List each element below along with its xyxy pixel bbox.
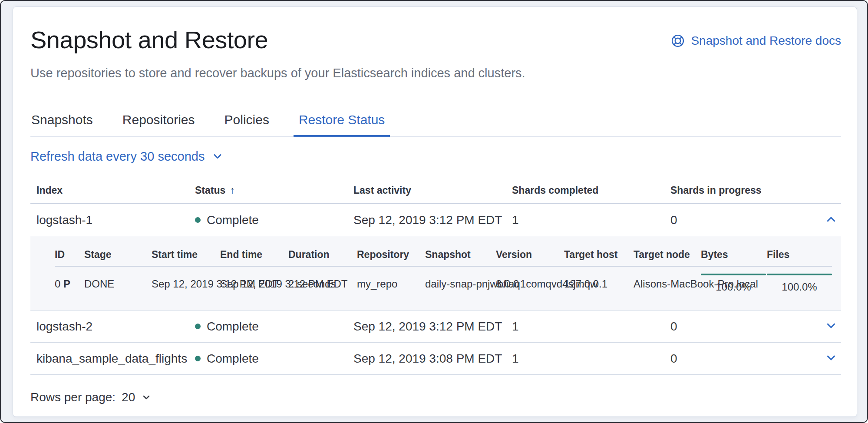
shard-column-files: Files xyxy=(767,244,832,266)
shards-completed: 1 xyxy=(506,204,664,236)
sort-ascending-icon: ↑ xyxy=(230,184,235,196)
rows-per-page-value: 20 xyxy=(122,390,135,405)
status-label: Complete xyxy=(207,320,259,334)
bytes-progress-bar xyxy=(701,274,766,275)
shard-column-end-time: End time xyxy=(220,244,288,266)
tab-policies[interactable]: Policies xyxy=(224,104,270,136)
index-name: logstash-2 xyxy=(30,311,189,343)
shard-column-id: ID xyxy=(55,244,84,266)
tab-restore-status[interactable]: Restore Status xyxy=(298,104,386,136)
last-activity: Sep 12, 2019 3:12 PM EDT xyxy=(347,204,506,236)
shard-column-target-node: Target node xyxy=(634,244,701,266)
column-header-status[interactable]: Status↑ xyxy=(189,175,347,204)
chevron-down-icon xyxy=(825,319,838,332)
rows-per-page-label: Rows per page: xyxy=(30,390,116,405)
table-footer: Rows per page: 20 xyxy=(30,375,841,405)
tab-snapshots[interactable]: Snapshots xyxy=(30,104,94,136)
shard-column-stage: Stage xyxy=(84,244,152,266)
status-label: Complete xyxy=(207,352,259,366)
last-activity: Sep 12, 2019 3:12 PM EDT xyxy=(347,311,506,343)
primary-shard-badge: P xyxy=(63,278,70,290)
shards-completed: 1 xyxy=(506,311,664,343)
shards-completed: 1 xyxy=(506,343,664,375)
shard-header-row: ID Stage Start time End time Duration Re… xyxy=(55,244,832,266)
status-cell: Complete xyxy=(195,352,342,366)
column-header-shards-in-progress[interactable]: Shards in progress xyxy=(664,175,823,204)
status-complete-dot-icon xyxy=(195,324,201,329)
tab-bar: Snapshots Repositories Policies Restore … xyxy=(30,104,841,137)
restore-status-table: Index Status↑ Last activity Shards compl… xyxy=(30,175,841,375)
shards-in-progress: 0 xyxy=(664,311,823,343)
table-row: kibana_sample_data_flights Complete Sep … xyxy=(30,343,841,375)
column-header-index[interactable]: Index xyxy=(30,175,189,204)
shard-target-host: 127.0.0.1 xyxy=(564,266,634,301)
column-header-expander xyxy=(823,175,841,204)
expand-row-button[interactable] xyxy=(823,317,839,334)
shard-column-snapshot: Snapshot xyxy=(425,244,496,266)
shard-column-repository: Repository xyxy=(357,244,425,266)
shard-column-target-host: Target host xyxy=(564,244,634,266)
shards-in-progress: 0 xyxy=(664,343,823,375)
index-name: kibana_sample_data_flights xyxy=(30,343,189,375)
expand-row-button[interactable] xyxy=(823,350,839,366)
collapse-row-button[interactable] xyxy=(823,211,839,228)
shard-details-table: ID Stage Start time End time Duration Re… xyxy=(55,244,832,301)
chevron-down-icon xyxy=(211,150,224,162)
shard-column-duration: Duration xyxy=(288,244,357,266)
shard-target-node: Alisons-MacBook-Pro.local xyxy=(634,266,701,301)
app-screen: Snapshot and Restore Snapshot and Restor… xyxy=(0,0,868,423)
shard-column-version: Version xyxy=(496,244,564,266)
status-complete-dot-icon xyxy=(195,356,201,361)
docs-link[interactable]: Snapshot and Restore docs xyxy=(671,34,841,48)
index-name: logstash-1 xyxy=(30,204,189,236)
chevron-down-icon xyxy=(825,351,838,364)
column-header-last-activity[interactable]: Last activity xyxy=(347,175,506,204)
column-header-shards-completed[interactable]: Shards completed xyxy=(506,175,664,204)
shard-stage: DONE xyxy=(84,266,152,301)
shard-snapshot: daily-snap-pnjwbfiaq1comqvd4sjmqw xyxy=(425,266,496,301)
page-subtitle: Use repositories to store and recover ba… xyxy=(30,65,841,81)
shard-repository: my_repo xyxy=(357,266,425,301)
last-activity: Sep 12, 2019 3:08 PM EDT xyxy=(347,343,506,375)
status-cell: Complete xyxy=(195,213,342,227)
shard-detail-row: 0 P DONE Sep 12, 2019 3:12 PM EDT Sep 12… xyxy=(55,266,832,301)
refresh-interval-dropdown[interactable]: Refresh data every 30 seconds xyxy=(30,149,224,164)
documentation-icon xyxy=(671,34,685,48)
table-row: logstash-1 Complete Sep 12, 2019 3:12 PM… xyxy=(30,204,841,236)
shard-end-time: Sep 12, 2019 3:12 PM EDT xyxy=(220,266,288,301)
shard-start-time: Sep 12, 2019 3:12 PM EDT xyxy=(152,266,220,301)
status-cell: Complete xyxy=(195,320,342,334)
shards-in-progress: 0 xyxy=(664,204,823,236)
page-title: Snapshot and Restore xyxy=(30,26,268,54)
status-complete-dot-icon xyxy=(195,217,201,223)
refresh-row: Refresh data every 30 seconds xyxy=(30,149,841,164)
table-header-row: Index Status↑ Last activity Shards compl… xyxy=(30,175,841,204)
page-header: Snapshot and Restore Snapshot and Restor… xyxy=(30,26,841,54)
shard-id: 0 P xyxy=(55,266,84,301)
chevron-down-icon xyxy=(141,392,152,403)
docs-link-label: Snapshot and Restore docs xyxy=(691,34,841,48)
tab-repositories[interactable]: Repositories xyxy=(122,104,196,136)
status-label: Complete xyxy=(207,213,259,227)
shard-column-bytes: Bytes xyxy=(701,244,767,266)
rows-per-page-dropdown[interactable]: Rows per page: 20 xyxy=(30,390,152,405)
table-row: logstash-2 Complete Sep 12, 2019 3:12 PM… xyxy=(30,311,841,343)
chevron-up-icon xyxy=(825,213,838,226)
shard-column-start-time: Start time xyxy=(152,244,220,266)
files-progress-label: 100.0% xyxy=(767,280,832,294)
snapshot-restore-panel: Snapshot and Restore Snapshot and Restor… xyxy=(13,7,857,417)
files-progress-bar xyxy=(767,274,832,275)
refresh-interval-label: Refresh data every 30 seconds xyxy=(30,149,205,164)
expanded-detail-row: ID Stage Start time End time Duration Re… xyxy=(30,236,841,311)
files-progress: 100.0% xyxy=(767,274,832,294)
